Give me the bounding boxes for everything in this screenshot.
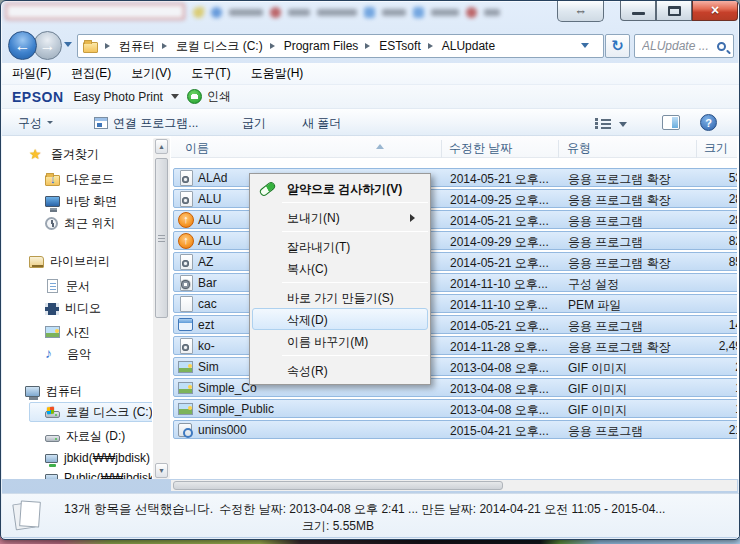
open-with-button[interactable]: 연결 프로그램... [94, 115, 198, 132]
forward-button[interactable]: → [33, 31, 62, 60]
epson-dropdown-icon[interactable] [171, 94, 179, 103]
table-row[interactable]: Simple_Public 2013-04-08 오후... GIF 이미지 1 [173, 399, 737, 418]
refresh-button[interactable]: ↻ [605, 34, 630, 58]
menu-view[interactable]: 보기(V) [131, 65, 171, 82]
organize-button[interactable]: 구성 [18, 115, 53, 132]
sidebar-item-downloads[interactable]: 다운로드 [45, 169, 114, 189]
scroll-down-icon[interactable]: ▼ [155, 463, 168, 478]
menu-separator [282, 355, 428, 356]
menu-item-rename[interactable]: 이름 바꾸기(M) [252, 330, 428, 352]
epson-print-button[interactable]: 인쇄 [207, 88, 231, 105]
menu-separator [282, 202, 428, 203]
preview-pane-icon[interactable] [662, 115, 680, 130]
breadcrumb-program-files[interactable]: Program Files [284, 39, 359, 53]
new-folder-button[interactable]: 새 폴더 [302, 115, 341, 132]
breadcrumb-local-disk[interactable]: 로컬 디스크 (C:) [176, 38, 263, 55]
table-row[interactable]: unins000 2015-04-21 오후... 응용 프로그램 21 [173, 420, 737, 439]
menu-file[interactable]: 파일(F) [12, 65, 51, 82]
epson-toolbar: EPSON Easy Photo Print 인쇄 [2, 85, 740, 109]
breadcrumb-computer[interactable]: 컴퓨터 [119, 38, 155, 55]
menu-item-send-to[interactable]: 보내기(N) [252, 206, 428, 228]
column-divider[interactable] [696, 140, 697, 158]
menu-bar: 파일(F) 편집(E) 보기(V) 도구(T) 도움말(H) [2, 63, 740, 85]
epson-app-name[interactable]: Easy Photo Print [74, 90, 163, 104]
breadcrumb-separator-icon [270, 43, 278, 49]
horizontal-scrollbar[interactable] [171, 480, 723, 491]
menu-item-scan-with-alyac[interactable]: 알약으로 검사하기(V) [252, 177, 428, 199]
selection-summary: 13개 항목을 선택했습니다.수정한 날짜: 2013-04-08 오후 2:4… [64, 501, 665, 518]
breadcrumb-estsoft[interactable]: ESTsoft [379, 39, 420, 53]
search-box[interactable]: ALUpdate ... [634, 34, 734, 58]
menu-item-cut[interactable]: 잘라내기(T) [252, 235, 428, 257]
menu-edit[interactable]: 편집(E) [71, 65, 111, 82]
file-date: 2014-09-29 오후... [450, 234, 549, 251]
burn-button[interactable]: 굽기 [242, 115, 266, 132]
close-button[interactable]: × [692, 1, 738, 21]
file-size: 21 [604, 423, 737, 437]
file-size: 1 [604, 402, 737, 416]
menu-separator [282, 282, 428, 283]
column-header-size[interactable]: 크기 [704, 140, 728, 157]
sidebar-item-pictures[interactable]: 사진 [45, 322, 90, 342]
sidebar-item-local-disk-c[interactable]: 로컬 디스크 (C:) [45, 402, 152, 422]
aero-switch-button[interactable]: ⇔ [557, 1, 604, 22]
file-size: 85 [604, 255, 737, 269]
address-dropdown-icon[interactable] [581, 43, 589, 52]
column-header-name[interactable]: 이름 [185, 140, 209, 157]
sidebar-item-public-network-drive[interactable]: Public(₩₩jbdisk) [45, 468, 152, 479]
sort-ascending-icon [376, 140, 384, 149]
file-size: 14 [604, 318, 737, 332]
maximize-button[interactable] [656, 1, 692, 21]
view-dropdown-icon[interactable] [619, 122, 627, 131]
back-button[interactable]: ← [8, 31, 37, 60]
file-date: 2015-04-21 오후... [450, 423, 549, 440]
sidebar-scrollbar[interactable]: ▲ ▼ [153, 138, 170, 479]
sidebar-section-libraries[interactable]: 라이브러리 [29, 251, 110, 271]
sidebar-item-videos[interactable]: 비디오 [45, 298, 101, 318]
menu-help[interactable]: 도움말(H) [251, 65, 304, 82]
network-drive-icon [45, 454, 58, 463]
dll-file-icon [178, 191, 194, 207]
breadcrumb-separator-icon [105, 43, 113, 49]
column-header-type[interactable]: 유형 [567, 140, 591, 157]
sidebar-item-desktop[interactable]: 바탕 화면 [45, 191, 117, 211]
column-divider[interactable] [441, 140, 442, 158]
config-file-icon [178, 275, 194, 291]
selection-size: 크기: 5.55MB [302, 518, 374, 535]
column-divider[interactable] [558, 140, 559, 158]
dll-file-icon [178, 338, 194, 354]
background-bookmarks-blur [193, 5, 553, 19]
column-header-row: 이름 수정한 날짜 유형 크기 [171, 136, 737, 158]
minimize-button[interactable] [620, 1, 656, 21]
breadcrumb-alupdate[interactable]: ALUpdate [442, 39, 495, 53]
sidebar-item-jbkid-network-drive[interactable]: jbkid(₩₩jbdisk) [45, 448, 150, 468]
file-date: 2014-09-25 오후... [450, 192, 549, 209]
dll-file-icon [178, 170, 194, 186]
help-icon[interactable]: ? [700, 114, 717, 131]
sidebar-item-drive-d[interactable]: 자료실 (D:) [45, 426, 125, 446]
menu-item-delete[interactable]: 삭제(D) [252, 308, 428, 330]
scrollbar-thumb[interactable] [173, 481, 503, 490]
file-name: ALAd [198, 171, 227, 185]
multiple-files-icon [14, 498, 48, 534]
sidebar-item-recent-places[interactable]: 최근 위치 [45, 213, 115, 233]
sidebar-item-documents[interactable]: 문서 [45, 276, 90, 296]
submenu-arrow-icon [410, 214, 419, 222]
sidebar-section-computer[interactable]: 컴퓨터 [25, 381, 82, 401]
change-view-icon[interactable] [595, 117, 611, 130]
search-input[interactable]: ALUpdate ... [642, 39, 717, 53]
file-name: Simple_Co [198, 381, 257, 395]
sidebar-item-music[interactable]: ♪음악 [45, 344, 91, 364]
address-bar[interactable]: 컴퓨터 로컬 디스크 (C:) Program Files ESTsoft AL… [77, 34, 604, 58]
scrollbar-thumb[interactable] [155, 158, 168, 318]
sidebar-section-favorites[interactable]: ★즐겨찾기 [29, 144, 99, 164]
menu-item-create-shortcut[interactable]: 바로 가기 만들기(S) [252, 286, 428, 308]
menu-item-properties[interactable]: 속성(R) [252, 359, 428, 381]
scroll-up-icon[interactable]: ▲ [155, 139, 168, 154]
recent-pages-dropdown-icon[interactable] [64, 42, 72, 51]
screenshot-root: ⇔ × ← → 컴퓨터 로컬 디스크 (C:) Program Files ES… [0, 0, 740, 544]
column-header-date[interactable]: 수정한 날짜 [449, 140, 512, 157]
title-bar[interactable]: ⇔ × [1, 1, 739, 29]
menu-tools[interactable]: 도구(T) [191, 65, 230, 82]
menu-item-copy[interactable]: 복사(C) [252, 257, 428, 279]
